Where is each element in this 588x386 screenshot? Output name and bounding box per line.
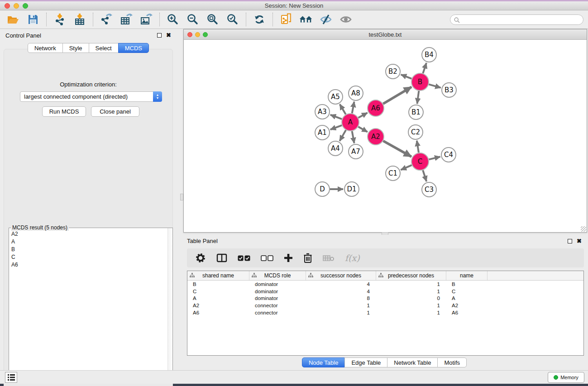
table-cell[interactable]: 1 — [376, 281, 446, 287]
result-item[interactable]: A2 — [10, 230, 167, 238]
column-header-MCDS-role[interactable]: MCDS role — [249, 271, 306, 280]
edge-A6-B[interactable] — [383, 87, 411, 104]
delete-table-icon[interactable] — [323, 251, 335, 265]
edge-A-A1[interactable] — [330, 125, 342, 129]
edge-C-C1[interactable] — [401, 165, 411, 170]
float-panel-icon[interactable] — [157, 33, 162, 38]
task-history-button[interactable] — [5, 372, 17, 383]
table-cell[interactable]: C — [187, 289, 249, 294]
edge-A-A2[interactable] — [358, 127, 367, 132]
edge-B-B4[interactable] — [423, 63, 426, 73]
result-item[interactable]: A — [10, 238, 167, 245]
zoom-selected-icon[interactable] — [226, 13, 239, 26]
tab-style[interactable]: Style — [62, 43, 89, 53]
close-panel-button[interactable]: Close panel — [91, 106, 139, 117]
table-cell[interactable]: 4 — [306, 281, 376, 287]
table-cell[interactable]: dominator — [249, 295, 306, 301]
new-network-from-selection-icon[interactable] — [279, 13, 293, 26]
table-cell[interactable]: A2 — [187, 303, 249, 308]
zoom-out-icon[interactable] — [186, 13, 200, 26]
table-row[interactable]: A6connector11A6 — [187, 309, 583, 316]
edge-C-C3[interactable] — [423, 170, 426, 181]
table-row[interactable]: Bdominator41B — [187, 281, 583, 288]
table-cell[interactable]: 8 — [306, 295, 376, 301]
table-cell[interactable]: C — [446, 289, 488, 294]
table-cell[interactable]: A — [446, 295, 488, 301]
zoom-in-icon[interactable] — [166, 13, 180, 26]
float-table-panel-icon[interactable] — [568, 239, 572, 243]
import-table-icon[interactable] — [73, 13, 86, 26]
gear-icon[interactable] — [195, 251, 206, 265]
tab-network-table[interactable]: Network Table — [387, 357, 438, 367]
tab-motifs[interactable]: Motifs — [437, 357, 467, 367]
table-cell[interactable]: 1 — [376, 310, 446, 315]
column-header-name[interactable]: name — [446, 271, 488, 280]
export-network-icon[interactable] — [100, 13, 113, 26]
mcds-result-list[interactable]: A2ABCA6 — [10, 230, 167, 379]
table-cell[interactable]: A6 — [446, 310, 488, 315]
table-cell[interactable]: connector — [249, 310, 306, 315]
result-item[interactable]: C — [10, 253, 167, 261]
optimization-criterion-select[interactable]: largest connected component (directed) ▲… — [20, 91, 162, 102]
result-scrollbar[interactable] — [167, 228, 172, 380]
table-cell[interactable]: 0 — [376, 295, 446, 301]
table-cell[interactable]: A2 — [446, 303, 488, 308]
tab-select[interactable]: Select — [89, 43, 119, 53]
function-builder-icon[interactable]: f(x) — [345, 251, 360, 265]
split-panel-icon[interactable] — [216, 251, 227, 265]
edge-A2-C[interactable] — [383, 141, 411, 157]
edge-B-B1[interactable] — [417, 91, 419, 104]
edge-C-C4[interactable] — [429, 157, 440, 159]
node-table[interactable]: shared nameMCDS rolesuccessor nodesprede… — [187, 271, 584, 356]
deselect-all-icon[interactable] — [261, 251, 273, 265]
export-image-icon[interactable] — [139, 13, 153, 26]
edge-A-A8[interactable] — [352, 102, 354, 114]
zoom-fit-icon[interactable] — [206, 13, 220, 26]
export-table-icon[interactable] — [120, 13, 133, 26]
network-canvas[interactable]: AA1A2A3A4A5A6A7A8BB1B2B3B4CC1C2C3C4DD1 — [184, 40, 587, 232]
table-cell[interactable]: 4 — [306, 289, 376, 294]
table-row[interactable]: A2connector11A2 — [187, 302, 583, 309]
edge-B-B3[interactable] — [429, 84, 440, 87]
edge-A-A5[interactable] — [340, 104, 346, 114]
table-cell[interactable]: 1 — [376, 303, 446, 308]
hide-selection-icon[interactable] — [319, 13, 333, 26]
edge-A-A4[interactable] — [339, 130, 346, 141]
table-row[interactable]: Cdominator41C — [187, 288, 583, 295]
tab-mcds[interactable]: MCDS — [118, 43, 149, 53]
result-item[interactable]: A6 — [10, 261, 167, 268]
tab-edge-table[interactable]: Edge Table — [344, 357, 387, 367]
resize-grip[interactable] — [581, 226, 586, 232]
refresh-icon[interactable] — [253, 13, 266, 26]
trash-icon[interactable] — [303, 251, 312, 265]
open-file-icon[interactable] — [6, 13, 20, 26]
table-row[interactable]: Adominator80A — [187, 295, 583, 302]
show-all-icon[interactable] — [339, 13, 353, 26]
save-session-icon[interactable] — [26, 13, 40, 26]
table-cell[interactable]: dominator — [249, 281, 306, 287]
table-cell[interactable]: 1 — [376, 289, 446, 294]
search-input[interactable] — [450, 14, 583, 25]
edge-A-A7[interactable] — [352, 131, 354, 143]
panel-divider-handle[interactable] — [180, 194, 183, 200]
column-header-predecessor-nodes[interactable]: predecessor nodes — [376, 271, 446, 280]
edge-C-C2[interactable] — [417, 141, 419, 152]
edge-A-A6[interactable] — [358, 113, 367, 118]
table-cell[interactable]: B — [187, 281, 249, 287]
edge-B-B2[interactable] — [401, 75, 412, 79]
tab-network[interactable]: Network — [28, 43, 63, 53]
add-icon[interactable] — [284, 251, 293, 265]
memory-button[interactable]: Memory — [548, 372, 584, 383]
tab-node-table[interactable]: Node Table — [302, 357, 345, 367]
table-cell[interactable]: dominator — [249, 289, 306, 294]
table-cell[interactable]: B — [446, 281, 488, 287]
run-mcds-button[interactable]: Run MCDS — [42, 106, 86, 117]
close-table-panel-icon[interactable]: ✖ — [577, 239, 582, 243]
network-titlebar[interactable]: testGlobe.txt — [184, 29, 587, 40]
table-cell[interactable]: A6 — [187, 310, 249, 315]
column-header-successor-nodes[interactable]: successor nodes — [306, 271, 376, 280]
column-header-shared-name[interactable]: shared name — [187, 271, 249, 280]
select-all-icon[interactable] — [238, 251, 250, 265]
table-cell[interactable]: connector — [249, 303, 306, 308]
first-neighbors-icon[interactable] — [299, 13, 313, 26]
